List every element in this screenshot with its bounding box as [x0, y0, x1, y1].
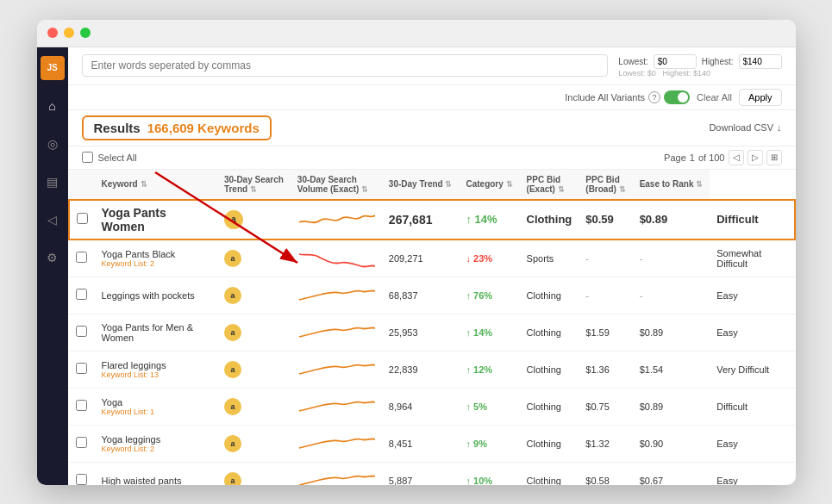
row-checkbox[interactable]	[76, 363, 87, 374]
row-check-cell	[69, 240, 95, 277]
row-amazon-cell: a	[217, 462, 291, 485]
amazon-icon: a	[224, 435, 241, 452]
row-ease-cell: Very Difficult	[710, 351, 794, 388]
prev-page-button[interactable]: ◁	[729, 150, 744, 165]
select-all-row: Select All	[82, 152, 137, 163]
next-page-button[interactable]: ▷	[748, 150, 763, 165]
minimize-dot[interactable]	[64, 28, 74, 38]
row-ppc-broad-cell: $0.67	[633, 462, 710, 485]
close-dot[interactable]	[47, 28, 58, 38]
sidebar-icon-home[interactable]: ⌂	[41, 94, 65, 118]
row-ppc-exact-cell: $0.75	[579, 388, 632, 425]
row-volume-cell: 25,953	[382, 314, 460, 351]
row-ppc-broad-cell: $1.54	[633, 351, 710, 388]
th-ppc-exact: PPC Bid(Exact) ⇅	[520, 170, 579, 200]
sidebar-icon-audio[interactable]: ◁	[41, 208, 65, 232]
row-category-cell: Clothing	[520, 351, 579, 388]
row-ease-cell: Easy	[710, 462, 794, 485]
table-row: High waisted pants a 5,887 ↑ 10% Clothin…	[69, 462, 795, 485]
row-category-cell: Clothing	[520, 314, 579, 351]
featured-amazon-cell: a	[217, 200, 291, 240]
th-trend-pct: 30-Day Trend ⇅	[382, 170, 460, 200]
row-amazon-cell: a	[217, 277, 291, 314]
row-trend-cell: ↑ 76%	[459, 277, 519, 314]
amazon-icon: a	[224, 287, 241, 304]
main-window: JS ⌂ ◎ ▤ ◁ ⚙ Lowest: Highest:	[37, 20, 796, 485]
featured-row: Yoga Pants Women a 267,681 ↑ 14% Clothin…	[69, 200, 795, 240]
th-category: Category ⇅	[459, 170, 519, 200]
keyword-text: Yoga leggings	[102, 434, 210, 445]
row-volume-cell: 8,964	[382, 388, 460, 425]
keyword-list-badge: Keyword List: 2	[102, 445, 210, 453]
page-of: of 100	[698, 152, 725, 163]
keyword-text: High waisted pants	[102, 476, 210, 485]
row-volume-cell: 8,451	[382, 425, 460, 462]
th-check	[69, 170, 95, 200]
search-input[interactable]	[82, 54, 609, 77]
sidebar-icon-js[interactable]: JS	[41, 56, 65, 80]
row-ppc-broad-cell: $0.90	[633, 425, 710, 462]
select-all-checkbox[interactable]	[82, 152, 93, 163]
page-label: Page	[664, 152, 686, 163]
variant-toggle[interactable]	[664, 90, 690, 104]
row-amazon-cell: a	[217, 388, 291, 425]
variant-text: Include All Variants	[565, 92, 645, 103]
columns-icon[interactable]: ⊞	[766, 150, 782, 165]
content-area: Lowest: Highest: Lowest: $0 Highest: $14…	[68, 47, 796, 485]
table-container: Keyword ⇅ 30-Day SearchTrend ⇅ 30-Day Se…	[68, 170, 796, 485]
row-keyword-cell: High waisted pants	[95, 462, 217, 485]
row-checkbox[interactable]	[76, 400, 87, 411]
row-volume-cell: 22,839	[382, 351, 460, 388]
table-row: Yoga Keyword List: 1 a 8,964 ↑ 5% Clothi…	[69, 388, 795, 425]
row-ppc-exact-cell: $0.58	[579, 462, 632, 485]
row-checkbox[interactable]	[76, 437, 87, 448]
th-ease: Ease to Rank ⇅	[633, 170, 710, 200]
row-check-cell	[69, 425, 95, 462]
row-checkbox[interactable]	[76, 474, 87, 485]
row-trend-cell: ↑ 10%	[459, 462, 519, 485]
row-trend-chart-cell	[291, 314, 382, 351]
download-csv-button[interactable]: Download CSV ↓	[709, 122, 781, 133]
row-check-cell	[69, 351, 95, 388]
row-check-cell	[69, 388, 95, 425]
results-badge: Results 166,609 Keywords	[82, 115, 272, 140]
row-trend-chart-cell	[291, 240, 382, 277]
featured-ppc-exact-cell: $0.59	[579, 200, 632, 240]
row-trend-chart-cell	[291, 462, 382, 485]
keyword-list-badge: Keyword List: 2	[102, 259, 210, 268]
row-checkbox[interactable]	[76, 289, 87, 300]
row-checkbox[interactable]	[76, 326, 87, 337]
apply-button[interactable]: Apply	[739, 89, 782, 106]
row-ppc-exact-cell: -	[579, 277, 632, 314]
sidebar-icon-chart[interactable]: ▤	[41, 170, 65, 194]
row-amazon-cell: a	[217, 351, 291, 388]
sidebar-icon-settings[interactable]: ⚙	[41, 246, 65, 270]
row-ppc-broad-cell: $0.89	[633, 314, 710, 351]
keyword-list-badge: Keyword List: 13	[102, 370, 210, 379]
lowest-note: Lowest: $0	[618, 69, 656, 78]
titlebar	[37, 20, 796, 47]
row-trend-chart-cell	[291, 388, 382, 425]
row-category-cell: Clothing	[520, 462, 579, 485]
row-keyword-cell: Yoga Keyword List: 1	[95, 388, 217, 425]
lowest-input[interactable]	[654, 54, 697, 69]
featured-volume-cell: 267,681	[382, 200, 460, 240]
keyword-text: Yoga	[102, 397, 210, 408]
sidebar-icon-search[interactable]: ◎	[41, 132, 65, 156]
maximize-dot[interactable]	[80, 28, 91, 38]
keyword-text: Leggings with pockets	[102, 290, 210, 301]
row-trend-cell: ↑ 12%	[459, 351, 519, 388]
featured-checkbox[interactable]	[77, 213, 88, 224]
row-checkbox[interactable]	[76, 252, 87, 263]
highest-input[interactable]	[739, 54, 782, 69]
clear-all-button[interactable]: Clear All	[697, 92, 732, 103]
row-ppc-broad-cell: -	[633, 240, 710, 277]
table-row: Yoga leggings Keyword List: 2 a 8,451 ↑ …	[69, 425, 795, 462]
row-ease-cell: Somewhat Difficult	[710, 240, 794, 277]
keyword-text: Flared leggings	[102, 360, 210, 370]
sidebar: JS ⌂ ◎ ▤ ◁ ⚙	[37, 47, 68, 485]
amazon-icon: a	[224, 210, 243, 229]
variant-row: Include All Variants ? Clear All Apply	[68, 85, 796, 110]
download-icon: ↓	[777, 122, 782, 133]
keyword-list-badge: Keyword List: 1	[102, 408, 210, 416]
